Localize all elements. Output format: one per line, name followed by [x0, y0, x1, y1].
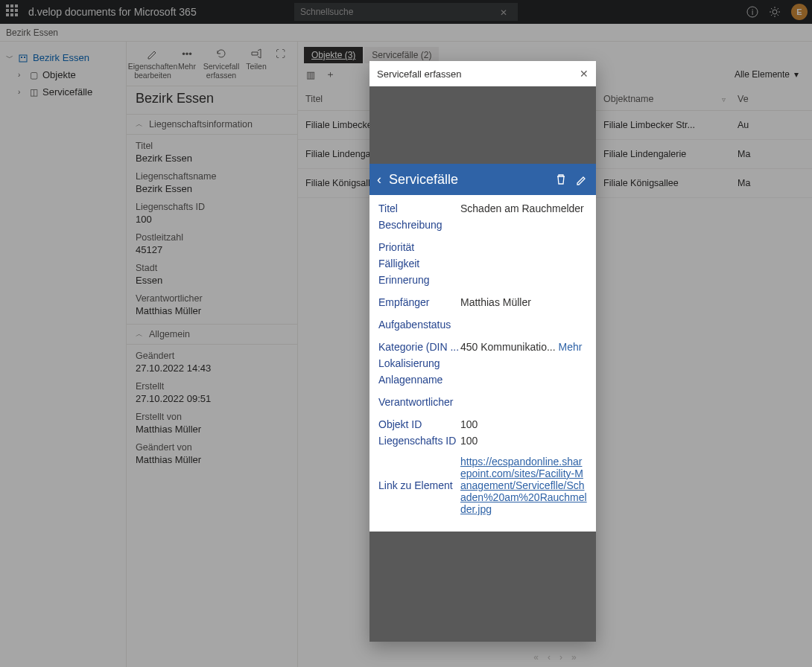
- modal-servicefall: Servicefall erfassen ✕ ‹ Servicefälle Ti…: [369, 61, 596, 642]
- modal-body: TitelSchaden am Rauchmelder Beschreibung…: [369, 195, 596, 532]
- close-icon[interactable]: ✕: [580, 68, 589, 80]
- trash-icon[interactable]: [554, 173, 568, 186]
- modal-footer-space: [369, 532, 596, 642]
- more-link[interactable]: Mehr: [559, 341, 583, 353]
- back-icon[interactable]: ‹: [377, 172, 381, 188]
- pencil-icon[interactable]: [575, 173, 589, 186]
- element-link[interactable]: https://ecspandonline.sharepoint.com/sit…: [460, 456, 587, 515]
- modal-blue-title: Servicefälle: [389, 172, 547, 188]
- modal-header: Servicefall erfassen ✕: [369, 61, 596, 86]
- modal-blue-bar: ‹ Servicefälle: [369, 164, 596, 195]
- modal-title: Servicefall erfassen: [377, 68, 461, 80]
